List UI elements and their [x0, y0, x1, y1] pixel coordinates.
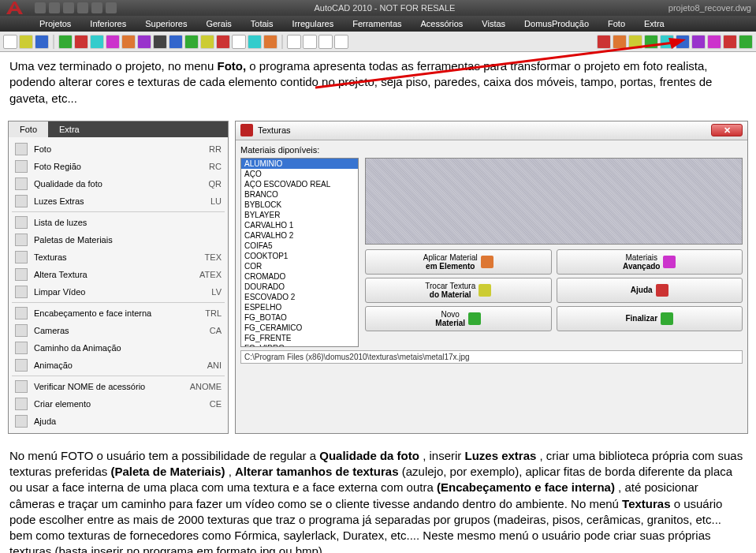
material-list-item[interactable]: AÇO ESCOVADO REAL [241, 179, 358, 189]
advanced-materials-button[interactable]: MateriaisAvançado [557, 249, 743, 275]
tb-icon[interactable] [676, 35, 690, 49]
menu-acessorios[interactable]: Acessórios [421, 19, 464, 28]
material-list-item[interactable]: CROMADO [241, 271, 358, 282]
materials-listbox[interactable]: ALUMINIOAÇOAÇO ESCOVADO REALBRANCOBYBLOC… [240, 158, 359, 347]
tb-icon[interactable] [184, 35, 199, 49]
menu-item-icon [15, 177, 28, 190]
material-list-item[interactable]: BRANCO [241, 189, 358, 200]
tb-icon[interactable] [707, 35, 721, 49]
menu-vistas[interactable]: Vistas [482, 19, 505, 28]
menu-item[interactable]: TexturasTEX [9, 248, 228, 266]
qat-redo-icon[interactable] [106, 2, 117, 13]
tb-icon[interactable] [58, 35, 73, 49]
menu-gerais[interactable]: Gerais [206, 19, 231, 28]
menu-item-label: Limpar Vídeo [34, 287, 205, 297]
material-list-item[interactable]: DOURADO [241, 282, 358, 292]
tb-zoom-icon[interactable] [287, 35, 301, 49]
menu-item[interactable]: Caminho da Animação [9, 339, 228, 357]
new-material-button[interactable]: NovoMaterial [365, 306, 552, 331]
tb-flag-icon[interactable] [739, 35, 753, 49]
material-list-item[interactable]: COR [241, 261, 358, 271]
material-list-item[interactable]: FG_BOTAO [241, 312, 358, 323]
material-list-item[interactable]: FG_VIDRO [241, 343, 358, 347]
material-list-item[interactable]: BYLAYER [241, 210, 358, 220]
app-title: AutoCAD 2010 - NOT FOR RESALE [314, 3, 455, 13]
tb-icon[interactable] [200, 35, 214, 49]
material-list-item[interactable]: ESCOVADO 2 [241, 292, 358, 302]
material-list-item[interactable]: CARVALHO 1 [241, 220, 358, 230]
qat-save-icon[interactable] [63, 2, 74, 13]
menu-extra[interactable]: Extra [644, 19, 665, 28]
tb-icon[interactable] [232, 35, 246, 49]
pencil-icon [479, 284, 491, 297]
menu-item[interactable]: Verificar NOME de acessórioANOME [9, 378, 228, 395]
menu-totais[interactable]: Totais [251, 19, 274, 28]
tb-pan-icon[interactable] [334, 35, 348, 49]
material-list-item[interactable]: BYBLOCK [241, 200, 358, 210]
tb-icon[interactable] [216, 35, 230, 49]
material-list-item[interactable]: CARVALHO 2 [241, 230, 358, 241]
tb-icon[interactable] [248, 35, 262, 49]
tab-extra[interactable]: Extra [48, 121, 91, 137]
menu-item[interactable]: Criar elementoCE [9, 395, 228, 413]
tb-icon[interactable] [644, 35, 658, 49]
menu-item[interactable]: Limpar VídeoLV [9, 283, 228, 301]
tb-zoom-icon[interactable] [318, 35, 333, 49]
menu-item-shortcut: TRL [205, 308, 222, 318]
tb-zoom-icon[interactable] [303, 35, 317, 49]
material-list-item[interactable]: FG_FRENTE [241, 333, 358, 343]
close-button[interactable]: ✕ [711, 124, 743, 136]
tb-save-icon[interactable] [35, 35, 49, 49]
menu-projetos[interactable]: Projetos [39, 19, 71, 28]
qat-new-icon[interactable] [35, 2, 46, 13]
tb-icon[interactable] [137, 35, 151, 49]
menu-item[interactable]: Lista de luzes [9, 214, 228, 231]
finalize-button[interactable]: Finalizar [557, 306, 743, 331]
menu-superiores[interactable]: Superiores [145, 19, 187, 28]
help-button[interactable]: Ajuda [557, 278, 743, 303]
tb-icon[interactable] [90, 35, 104, 49]
qat-undo-icon[interactable] [91, 2, 102, 13]
menu-item[interactable]: Altera TexturaATEX [9, 266, 228, 283]
apply-material-button[interactable]: Aplicar Materialem Elemento [365, 249, 552, 275]
material-list-item[interactable]: AÇO [241, 169, 358, 179]
tab-foto[interactable]: Foto [9, 121, 48, 137]
tb-open-icon[interactable] [19, 35, 33, 49]
tb-icon[interactable] [263, 35, 277, 49]
menu-inferiores[interactable]: Inferiores [90, 19, 126, 28]
menu-item[interactable]: Qualidade da fotoQR [9, 175, 228, 192]
tb-icon[interactable] [613, 35, 627, 49]
tb-icon[interactable] [628, 35, 642, 49]
menu-item[interactable]: AnimaçãoANI [9, 357, 228, 374]
tb-icon[interactable] [153, 35, 167, 49]
material-list-item[interactable]: COIFA5 [241, 241, 358, 251]
menu-irregulares[interactable]: Irregulares [292, 19, 334, 28]
menu-domusproducao[interactable]: DomusProdução [524, 19, 589, 28]
tb-icon[interactable] [723, 35, 737, 49]
tb-icon[interactable] [169, 35, 183, 49]
qat-open-icon[interactable] [49, 2, 60, 13]
material-list-item[interactable]: COOKTOP1 [241, 251, 358, 261]
menu-ferramentas[interactable]: Ferramentas [352, 19, 401, 28]
material-list-item[interactable]: ALUMINIO [241, 159, 358, 169]
menu-foto[interactable]: Foto [608, 19, 625, 28]
menu-item[interactable]: CamerasCA [9, 322, 228, 339]
material-list-item[interactable]: ESPELHO [241, 302, 358, 312]
tb-icon[interactable] [74, 35, 88, 49]
tb-icon[interactable] [121, 35, 136, 49]
change-texture-button[interactable]: Trocar Texturado Material [365, 278, 552, 303]
menu-item-label: Criar elemento [34, 399, 203, 409]
tb-icon[interactable] [660, 35, 674, 49]
material-list-item[interactable]: FG_CERAMICO [241, 323, 358, 333]
qat-print-icon[interactable] [77, 2, 88, 13]
tb-icon[interactable] [691, 35, 706, 49]
tb-new-icon[interactable] [3, 35, 17, 49]
menu-item[interactable]: Foto RegiãoRC [9, 158, 228, 175]
menu-item[interactable]: Encabeçamento e face internaTRL [9, 305, 228, 322]
menu-item[interactable]: Paletas de Materiais [9, 231, 228, 248]
menu-item[interactable]: Ajuda [9, 413, 228, 430]
tb-icon[interactable] [106, 35, 120, 49]
menu-item[interactable]: FotoRR [9, 140, 228, 158]
menu-item[interactable]: Luzes ExtrasLU [9, 192, 228, 210]
tb-icon[interactable] [597, 35, 611, 49]
